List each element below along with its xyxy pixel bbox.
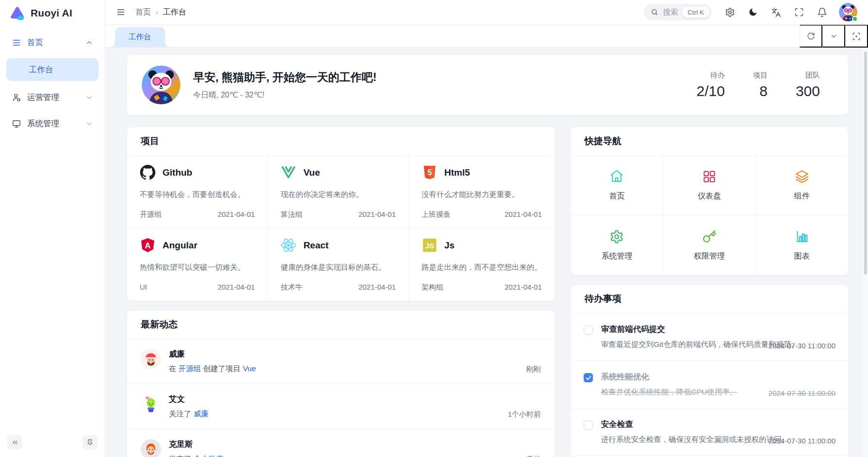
chevrons-left-icon (11, 439, 19, 446)
todo-checkbox[interactable] (584, 326, 593, 335)
fullscreen-button[interactable] (794, 7, 804, 17)
monitor-icon (12, 119, 21, 129)
scrollbar-thumb[interactable] (864, 51, 867, 275)
quick-nav-charts[interactable]: 图表 (756, 215, 848, 275)
todo-item: 审查前端代码提交 审查最近提交到Git仓库的前端代码，确保代码质量和规范。 20… (571, 313, 848, 361)
focus-icon (852, 32, 861, 41)
project-group: 架构组 (422, 283, 443, 292)
notifications-button[interactable] (817, 7, 827, 17)
stat-label: 待办 (697, 71, 725, 80)
sidebar-item-label: 首页 (27, 37, 43, 48)
gear-icon (609, 229, 624, 244)
todo-title: 系统性能优化 (601, 372, 737, 382)
todo-title: 安全检查 (601, 419, 763, 430)
project-name: Js (444, 240, 455, 251)
react-icon (280, 237, 296, 253)
tab-label: 工作台 (129, 32, 151, 42)
dark-mode-button[interactable] (748, 7, 758, 17)
project-name: Angular (163, 240, 197, 251)
sidebar-item-workbench[interactable]: 工作台 (6, 58, 98, 81)
project-date: 2021-04-01 (359, 283, 396, 292)
activity-user: 克里斯 (169, 439, 224, 450)
tab-options-button[interactable] (822, 25, 845, 48)
vue-icon (280, 164, 296, 180)
angular-icon: A (140, 237, 156, 253)
project-card-github[interactable]: Github 不要等待机会，而要创造机会。 开源组 2021-04-01 (127, 156, 268, 228)
project-desc: 热情和欲望可以突破一切难关。 (140, 262, 255, 273)
refresh-tab-button[interactable] (800, 25, 822, 48)
todo-date: 2024-07-30 11:00:00 (763, 342, 835, 350)
content-fullscreen-button[interactable] (845, 25, 868, 48)
project-card-html5[interactable]: 5 Html5 没有什么才能比努力更重要。 上班摸鱼 2021-04-01 (409, 156, 555, 228)
quick-nav-dashboard[interactable]: 仪表盘 (663, 156, 755, 215)
stat-label: 项目 (753, 71, 768, 80)
activity-link[interactable]: Vue (243, 364, 256, 373)
quick-nav-label: 权限管理 (694, 251, 725, 261)
language-button[interactable] (771, 7, 781, 17)
activity-text-part: 创建了项目 (201, 364, 243, 373)
project-name: Html5 (444, 167, 470, 178)
project-date: 2021-04-01 (218, 210, 255, 219)
activity-time: 1天前 (522, 455, 540, 457)
top-header: 首页 › 工作台 搜索 Ctrl K (105, 0, 868, 25)
activity-user: 威廉 (169, 349, 256, 359)
sidebar-item-home[interactable]: 首页 (6, 32, 98, 53)
search-shortcut-badge: Ctrl K (682, 7, 709, 18)
quick-nav-label: 图表 (794, 251, 810, 261)
home-icon (609, 169, 624, 184)
project-date: 2021-04-01 (505, 283, 542, 292)
quick-nav-home[interactable]: 首页 (571, 156, 663, 215)
aiwen-avatar (141, 394, 161, 414)
breadcrumb-home[interactable]: 首页 (135, 7, 151, 17)
tab-workbench[interactable]: 工作台 (115, 27, 165, 47)
todo-title: 审查前端代码提交 (601, 324, 763, 335)
project-card-vue[interactable]: Vue 现在的你决定将来的你。 算法组 2021-04-01 (268, 156, 409, 228)
chevron-up-icon (85, 39, 93, 47)
sidebar-item-operations[interactable]: 运营管理 (6, 87, 98, 108)
sidebar-item-system[interactable]: 系统管理 (6, 113, 98, 134)
hamburger-icon (116, 7, 126, 17)
global-search[interactable]: 搜索 Ctrl K (644, 4, 712, 20)
collapse-sidebar-button[interactable] (7, 435, 22, 450)
activity-text: 关注了 威廉 (169, 409, 209, 419)
quick-nav-card: 快捷导航 首页 仪 (571, 127, 849, 276)
quick-nav-system[interactable]: 系统管理 (571, 215, 663, 275)
toggle-sidebar-button[interactable] (116, 7, 126, 17)
project-card-js[interactable]: JS Js 路是走出来的，而不是空想出来的。 架构组 2021-04-01 (409, 228, 555, 301)
sidebar-item-label: 系统管理 (27, 118, 59, 129)
project-card-angular[interactable]: A Angular 热情和欲望可以突破一切难关。 UI 2021-04-01 (127, 228, 268, 301)
quick-nav-permissions[interactable]: 权限管理 (663, 215, 755, 275)
project-group: 开源组 (140, 210, 162, 219)
todo-checkbox[interactable] (584, 421, 593, 430)
key-icon (702, 229, 717, 244)
todos-card: 待办事项 审查前端代码提交 审查最近提交到Git仓库的前端代码，确保代码质量和规… (571, 284, 849, 457)
weather-subtitle: 今日晴, 20℃ - 32℃! (193, 90, 377, 100)
chevron-down-icon (85, 120, 93, 128)
project-card-react[interactable]: React 健康的身体是实现目标的基石。 技术牛 2021-04-01 (268, 228, 409, 301)
stat-team: 团队 300 (796, 71, 820, 99)
stat-projects: 项目 8 (753, 71, 768, 99)
search-icon (651, 8, 658, 16)
activity-link[interactable]: 开源组 (179, 364, 201, 373)
settings-button[interactable] (725, 7, 735, 17)
quick-nav-components[interactable]: 组件 (756, 156, 848, 215)
user-avatar[interactable] (839, 3, 857, 21)
pin-sidebar-button[interactable] (82, 435, 98, 450)
todo-checkbox-checked[interactable] (584, 373, 593, 382)
welcome-stats: 待办 2/10 项目 8 团队 300 (697, 71, 820, 99)
todo-desc: 检查并优化系统性能，降低CPU使用率。 (601, 387, 737, 397)
app-logo[interactable]: Ruoyi AI (0, 0, 105, 26)
activity-text: 在 开源组 创建了项目 Vue (169, 364, 256, 374)
activity-link[interactable]: 威廉 (194, 409, 209, 418)
quick-nav-title: 快捷导航 (571, 127, 848, 156)
projects-grid: Github 不要等待机会，而要创造机会。 开源组 2021-04-01 (127, 156, 555, 301)
activity-link[interactable]: 个人动态 (194, 455, 224, 457)
project-date: 2021-04-01 (218, 283, 255, 291)
project-name: React (303, 240, 328, 251)
vertical-scrollbar[interactable] (863, 48, 868, 457)
todo-desc: 进行系统安全检查，确保没有安全漏洞或未授权的访问。 (601, 435, 763, 445)
html5-icon: 5 (422, 164, 438, 180)
project-name: Vue (303, 167, 320, 178)
todo-item: 安全检查 进行系统安全检查，确保没有安全漏洞或未授权的访问。 2024-07-3… (571, 408, 848, 456)
svg-text:A: A (145, 241, 151, 250)
